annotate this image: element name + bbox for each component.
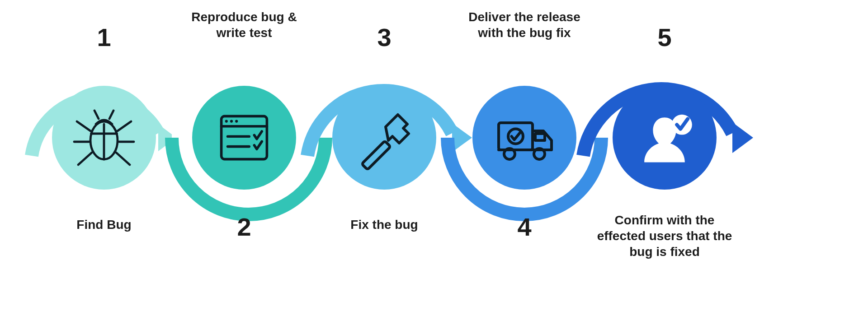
svg-point-16 [225,120,228,123]
svg-marker-2 [732,122,753,153]
step-1-number: 1 [97,23,111,52]
step-2-circle [192,86,296,190]
step-5-number: 5 [657,23,671,52]
step-3-circle [332,86,436,190]
step-4-number: 4 [517,212,531,242]
checklist-window-icon [212,106,276,169]
svg-line-5 [109,111,113,119]
step-3-label: Fix the bug [316,217,452,232]
step-2-label: Reproduce bug & write test [176,9,312,41]
svg-line-11 [116,153,130,165]
step-4: Deliver the release with the bug fix 4 [457,86,592,190]
hammer-icon [350,104,418,172]
step-1-circle [52,86,156,190]
step-3-number: 3 [377,23,391,52]
step-4-circle [472,86,576,190]
bug-fix-process-diagram: 1 Find Bug [0,0,868,316]
step-4-label: Deliver the release with the bug fix [457,9,592,41]
svg-line-10 [78,153,92,165]
step-2: Reproduce bug & write test 2 [176,86,312,190]
bug-icon [70,104,138,172]
svg-rect-27 [535,134,545,140]
step-2-number: 2 [237,212,251,242]
user-check-icon [628,102,701,174]
svg-point-17 [230,120,233,123]
delivery-truck-icon [491,104,558,172]
svg-line-4 [94,111,99,119]
step-5: 5 Confirm with the effected users that t… [597,86,732,190]
svg-line-6 [77,121,90,131]
step-1-label: Find Bug [36,217,172,232]
step-1: 1 Find Bug [36,86,172,190]
step-5-label: Confirm with the effected users that the… [597,212,732,260]
svg-line-7 [118,121,131,131]
svg-rect-21 [362,141,391,170]
svg-point-18 [235,120,238,123]
step-5-circle [613,86,717,190]
step-3: 3 Fix the bug [316,86,452,190]
